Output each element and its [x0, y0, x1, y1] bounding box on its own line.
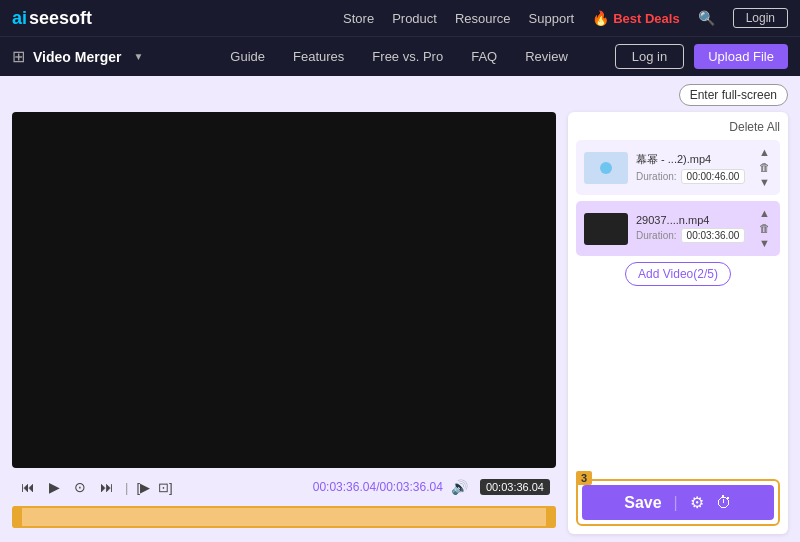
nav-best-deals[interactable]: 🔥 Best Deals: [592, 10, 679, 26]
info-icon-button[interactable]: ⏱: [716, 494, 732, 512]
file-thumb-2: [584, 213, 628, 245]
file-up-button-1[interactable]: ▲: [757, 146, 772, 159]
timeline-row[interactable]: [12, 506, 556, 534]
app-navbar: ⊞ Video Merger ▼ Guide Features Free vs.…: [0, 36, 800, 76]
file-item-2: 29037....n.mp4 Duration: 00:03:36.00 ▲ 🗑…: [576, 201, 780, 256]
save-section: 3 Save | ⚙ ⏱: [576, 479, 780, 526]
delete-all-row: Delete All: [576, 120, 780, 134]
save-button[interactable]: Save: [624, 494, 661, 512]
login-button-app[interactable]: Log in: [615, 44, 684, 69]
file-actions-2: ▲ 🗑 ▼: [757, 207, 772, 250]
file-duration-row-2: Duration: 00:03:36.00: [636, 228, 749, 243]
time-current: 00:03:36.04: [313, 480, 376, 494]
nav-review[interactable]: Review: [525, 49, 568, 64]
save-divider: |: [674, 494, 678, 512]
login-button-top[interactable]: Login: [733, 8, 788, 28]
logo-ai: ai: [12, 8, 27, 29]
save-bar: Save | ⚙ ⏱: [582, 485, 774, 520]
play-button[interactable]: ▶: [46, 478, 63, 496]
file-info-1: 幕幂 - ...2).mp4 Duration: 00:00:46.00: [636, 152, 749, 184]
upload-file-button[interactable]: Upload File: [694, 44, 788, 69]
fullscreen-button[interactable]: Enter full-screen: [679, 84, 788, 106]
file-thumb-1: [584, 152, 628, 184]
file-down-button-2[interactable]: ▼: [757, 237, 772, 250]
duration-label-1: Duration:: [636, 171, 677, 182]
skip-back-button[interactable]: ⏮: [18, 478, 38, 496]
file-item: 幕幂 - ...2).mp4 Duration: 00:00:46.00 ▲ 🗑…: [576, 140, 780, 195]
top-navbar: ai seesoft Store Product Resource Suppor…: [0, 0, 800, 36]
file-delete-button-2[interactable]: 🗑: [757, 222, 772, 235]
nav-free-vs-pro[interactable]: Free vs. Pro: [372, 49, 443, 64]
bracket-icon-right: ⊡]: [158, 480, 173, 495]
ctrl-divider: |: [125, 480, 128, 495]
app-nav-left: ⊞ Video Merger ▼: [12, 47, 143, 66]
fire-icon: 🔥: [592, 10, 609, 26]
nav-faq[interactable]: FAQ: [471, 49, 497, 64]
main-content: Enter full-screen ⏮ ▶ ⊙ ⏭ | [▶ ⊡] 00:03:…: [0, 76, 800, 542]
delete-all-button[interactable]: Delete All: [729, 120, 780, 134]
top-nav-links: Store Product Resource Support 🔥 Best De…: [343, 8, 788, 28]
grid-icon: ⊞: [12, 47, 25, 66]
file-name-1: 幕幂 - ...2).mp4: [636, 152, 726, 167]
nav-guide[interactable]: Guide: [230, 49, 265, 64]
video-player[interactable]: [12, 112, 556, 468]
app-nav-right: Log in Upload File: [615, 44, 788, 69]
duration-value-2: 00:03:36.00: [681, 228, 746, 243]
timeline-track[interactable]: [12, 506, 556, 528]
volume-icon[interactable]: 🔊: [451, 479, 468, 495]
duration-label-2: Duration:: [636, 230, 677, 241]
pause-button[interactable]: ⊙: [71, 478, 89, 496]
add-video-button[interactable]: Add Video(2/5): [625, 262, 731, 286]
time-badge: 00:03:36.04: [480, 479, 550, 495]
file-actions-1: ▲ 🗑 ▼: [757, 146, 772, 189]
bracket-icon-left: [▶: [136, 480, 150, 495]
logo: ai seesoft: [12, 8, 92, 29]
file-info-2: 29037....n.mp4 Duration: 00:03:36.00: [636, 214, 749, 243]
thumb-dot: [600, 162, 612, 174]
settings-icon-button[interactable]: ⚙: [690, 493, 704, 512]
app-title: Video Merger: [33, 49, 121, 65]
nav-resource[interactable]: Resource: [455, 11, 511, 26]
fullscreen-row: Enter full-screen: [12, 84, 788, 106]
timeline-handle-right[interactable]: [546, 506, 554, 528]
file-down-button-1[interactable]: ▼: [757, 176, 772, 189]
video-area: ⏮ ▶ ⊙ ⏭ | [▶ ⊡] 00:03:36.04/00:03:36.04 …: [12, 112, 556, 534]
save-step-label: 3: [576, 471, 592, 485]
file-duration-row-1: Duration: 00:00:46.00: [636, 169, 749, 184]
nav-product[interactable]: Product: [392, 11, 437, 26]
duration-value-1: 00:00:46.00: [681, 169, 746, 184]
nav-features[interactable]: Features: [293, 49, 344, 64]
time-display: 00:03:36.04/00:03:36.04: [313, 480, 443, 494]
time-total: /00:03:36.04: [376, 480, 443, 494]
content-row: ⏮ ▶ ⊙ ⏭ | [▶ ⊡] 00:03:36.04/00:03:36.04 …: [12, 112, 788, 534]
file-up-button-2[interactable]: ▲: [757, 207, 772, 220]
player-controls: ⏮ ▶ ⊙ ⏭ | [▶ ⊡] 00:03:36.04/00:03:36.04 …: [12, 474, 556, 500]
app-nav-links: Guide Features Free vs. Pro FAQ Review: [183, 49, 614, 64]
file-name-2: 29037....n.mp4: [636, 214, 726, 226]
nav-support[interactable]: Support: [529, 11, 575, 26]
nav-store[interactable]: Store: [343, 11, 374, 26]
file-panel: Delete All 幕幂 - ...2).mp4 Duration: 00:0…: [568, 112, 788, 534]
logo-seesoft: seesoft: [29, 8, 92, 29]
search-icon[interactable]: 🔍: [698, 10, 715, 26]
dropdown-icon[interactable]: ▼: [133, 51, 143, 62]
timeline-handle-left[interactable]: [14, 506, 22, 528]
file-delete-button-1[interactable]: 🗑: [757, 161, 772, 174]
skip-forward-button[interactable]: ⏭: [97, 478, 117, 496]
